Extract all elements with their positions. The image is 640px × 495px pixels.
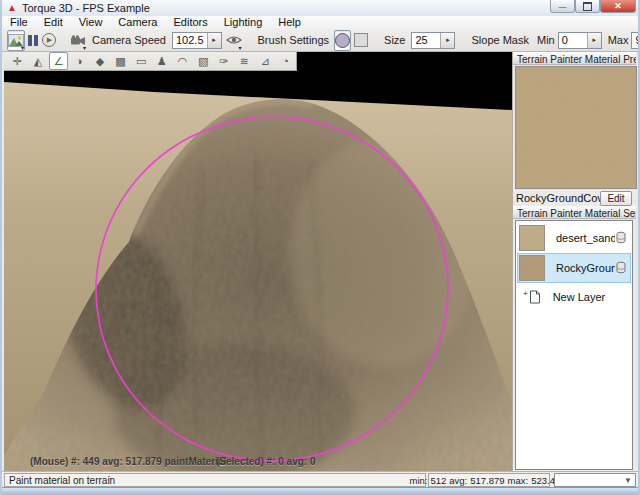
maximize-icon [583,2,592,11]
height-stats: min:512 avg:517.879 max:523.406 [428,473,550,487]
menu-view[interactable]: View [71,16,111,29]
menu-bar: File Edit View Camera Editors Lighting H… [2,16,638,30]
material-thumbnail [519,255,545,281]
material-thumbnail [519,225,545,251]
square-brush-icon [354,33,368,47]
minimize-button[interactable]: — [550,0,575,13]
menu-camera[interactable]: Camera [110,16,165,29]
slope-mask-label: Slope Mask [471,34,528,46]
plus-icon: + [523,289,528,298]
app-window: ▲ Torque 3D - FPS Example — ✕ File Edit … [0,0,640,495]
new-layer-page-icon [529,290,541,304]
material-preview-image [515,66,637,189]
tool-smooth-height[interactable]: ◑ [69,52,89,70]
close-button[interactable]: ✕ [600,0,636,13]
delete-material-icon[interactable] [615,261,627,275]
material-selector-list: desert_sand_03 RockyGroundCover [515,220,633,470]
play-button[interactable]: ▶ [41,30,57,51]
terrain-scene [4,52,512,472]
tool-clear-terrain[interactable]: ◠ [173,52,193,70]
tool-paint-noise[interactable]: ▩ [111,52,131,70]
status-hint: Paint material on terrain [4,473,426,487]
preview-material-name: RockyGroundCover [513,192,600,204]
tool-slope-filter[interactable]: ⊿ [255,52,275,70]
edit-material-button[interactable]: Edit [600,191,632,206]
dropdown-caret-icon: ▾ [239,45,242,51]
tool-set-height[interactable]: ♟ [152,52,172,70]
min-label: Min [537,34,555,46]
eye-icon [226,35,242,45]
camera-menu-button[interactable]: ▾ [69,30,87,51]
tool-raise-height[interactable]: ◭ [28,52,48,70]
status-bar: Paint material on terrain min:512 avg:51… [2,471,638,488]
slope-max-spinner[interactable]: 90▸ [631,32,640,49]
play-icon: ▶ [42,33,56,47]
dropdown-caret-icon: ▾ [21,45,24,51]
window-bottom-frame [2,487,638,495]
size-spinner[interactable]: 25▸ [411,32,455,49]
tool-smooth-slope[interactable]: ◆ [90,52,110,70]
scene-settings-button[interactable]: ▾ [7,30,25,51]
mouse-info-overlay: (Mouse) #: 449 avg: 517.879 paintMateria… [30,456,226,467]
dropdown-caret-icon: ▾ [83,45,86,51]
menu-file[interactable]: File [2,16,36,29]
size-label: Size [384,34,405,46]
main-toolbar: ▾ ▶ ▾ Camera Speed 102.5▸ ▾ [2,29,638,52]
terrain-painter-panel: Terrain Painter Material Preview RockyGr… [512,52,636,472]
menu-help[interactable]: Help [270,16,309,29]
camera-speed-label: Camera Speed [92,34,166,46]
columns-icon [28,35,38,46]
material-selector-header: Terrain Painter Material Selector [513,206,636,219]
tool-select-area[interactable]: ▧ [193,52,213,70]
torque-logo-icon: ▲ [7,2,17,14]
tool-grab-terrain[interactable]: ✛ [8,52,28,70]
delete-material-icon[interactable] [615,231,627,245]
status-dropdown[interactable]: ▼ [554,473,636,487]
material-name-row: RockyGroundCover Edit [513,190,636,206]
circle-brush-icon [335,33,350,48]
terrain-3d-viewport[interactable]: (Mouse) #: 449 avg: 517.879 paintMateria… [4,52,512,472]
selected-info-overlay: (Selected) #: 0 avg: 0 [216,456,315,467]
visibility-menu-button[interactable]: ▾ [225,30,243,51]
title-bar: ▲ Torque 3D - FPS Example — ✕ [2,0,638,17]
brush-settings-label: Brush Settings [258,34,330,46]
square-brush-button[interactable] [353,30,369,51]
tool-soften-brush[interactable]: ✑ [214,52,234,70]
max-label: Max [608,34,629,46]
tool-erode[interactable]: ≋ [235,52,255,70]
tool-paint-material[interactable]: ◔ [276,52,296,70]
toggle-panels-button[interactable] [27,30,39,51]
new-layer-item[interactable]: + New Layer [517,285,631,309]
menu-editors[interactable]: Editors [165,16,215,29]
material-preview-header: Terrain Painter Material Preview [513,52,636,65]
menu-edit[interactable]: Edit [36,16,71,29]
slope-min-spinner[interactable]: 0▸ [558,32,602,49]
tool-flatten-height[interactable]: ▭ [131,52,151,70]
chevron-down-icon: ▼ [624,476,635,485]
material-item-rockygroundcover[interactable]: RockyGroundCover [517,253,631,283]
menu-lighting[interactable]: Lighting [216,16,271,29]
circle-brush-button[interactable] [334,30,351,51]
window-title: Torque 3D - FPS Example [22,2,150,14]
tool-lower-height[interactable]: ∠ [49,52,69,70]
material-item-desert-sand[interactable]: desert_sand_03 [517,223,631,253]
terrain-tool-palette: ✛ ◭ ∠ ◑ ◆ ▩ ▭ ♟ ◠ ▧ ✑ ≋ ⊿ ◔ [4,52,297,71]
camera-speed-spinner[interactable]: 102.5▸ [172,32,222,49]
maximize-button[interactable] [575,0,600,13]
